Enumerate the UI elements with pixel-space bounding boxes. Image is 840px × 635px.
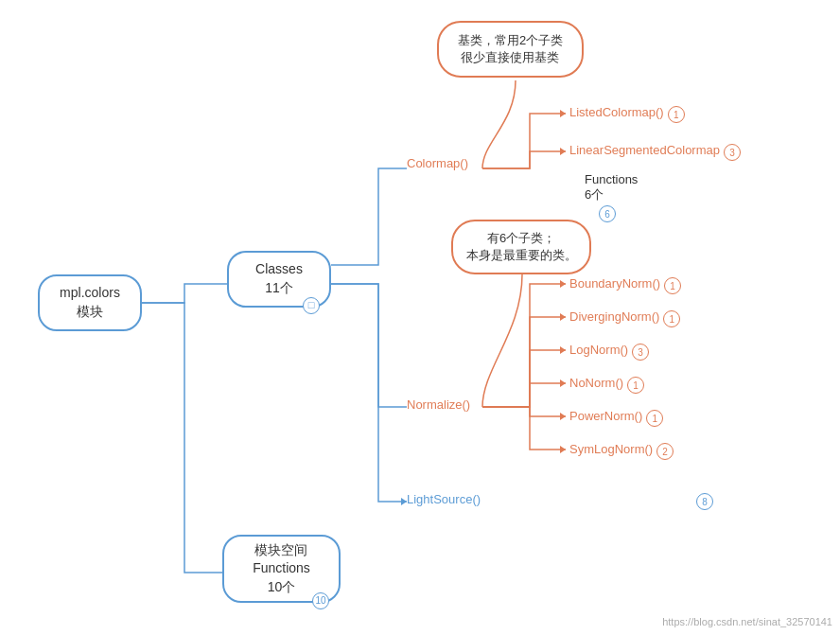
linear-badge: 3 xyxy=(724,144,741,161)
normalize-link-label: Normalize() xyxy=(407,397,470,412)
lightsource-badge: 8 xyxy=(696,493,713,510)
classes-expand-badge[interactable]: □ xyxy=(303,297,320,314)
colormap-tooltip-text: 基类，常用2个子类很少直接使用基类 xyxy=(458,32,563,66)
functions-6-badge: 6 xyxy=(599,205,616,222)
normalize-tooltip-text: 有6个子类；本身是最重要的类。 xyxy=(466,230,577,264)
svg-marker-4 xyxy=(560,346,566,354)
power-norm-label: PowerNorm() 1 xyxy=(569,409,642,423)
svg-marker-6 xyxy=(560,413,566,420)
svg-marker-7 xyxy=(560,446,566,453)
functions-label: 模块空间Functions10个 xyxy=(253,541,310,597)
svg-marker-1 xyxy=(560,148,566,155)
sym-log-norm-label: SymLogNorm() 2 xyxy=(569,442,653,456)
classes-label: Classes11个 xyxy=(255,260,303,297)
watermark: https://blog.csdn.net/sinat_32570141 xyxy=(662,616,832,627)
boundary-norm-label: BoundaryNorm() 1 xyxy=(569,276,660,291)
svg-marker-5 xyxy=(560,379,566,387)
listed-badge: 1 xyxy=(668,106,685,123)
colormap-functions-label: Functions6个 6 xyxy=(585,172,638,220)
boundary-badge: 1 xyxy=(664,277,681,294)
linear-segmented-label: LinearSegmentedColormap 3 xyxy=(569,143,720,157)
root-node: mpl.colors模块 xyxy=(38,274,142,331)
root-label: mpl.colors模块 xyxy=(60,284,120,321)
svg-marker-0 xyxy=(560,110,566,117)
svg-marker-2 xyxy=(560,280,566,288)
normalize-tooltip: 有6个子类；本身是最重要的类。 xyxy=(451,220,591,274)
lightsource-link-label: LightSource() xyxy=(407,492,481,506)
nonorm-badge: 1 xyxy=(627,377,644,394)
functions-node: 模块空间Functions10个 10 xyxy=(222,535,341,603)
lognorm-badge: 3 xyxy=(632,344,649,361)
colormap-link-label: Colormap() xyxy=(407,156,468,170)
svg-marker-3 xyxy=(560,313,566,321)
functions-badge: 10 xyxy=(312,592,329,609)
no-norm-label: NoNorm() 1 xyxy=(569,376,623,390)
listed-colormap-label: ListedColormap() 1 xyxy=(569,105,664,119)
colormap-tooltip: 基类，常用2个子类很少直接使用基类 xyxy=(437,21,584,78)
classes-node: Classes11个 □ xyxy=(227,251,331,308)
diverging-norm-label: DivergingNorm() 1 xyxy=(569,309,659,324)
symlognorm-badge: 2 xyxy=(656,443,674,460)
log-norm-label: LogNorm() 3 xyxy=(569,343,628,357)
